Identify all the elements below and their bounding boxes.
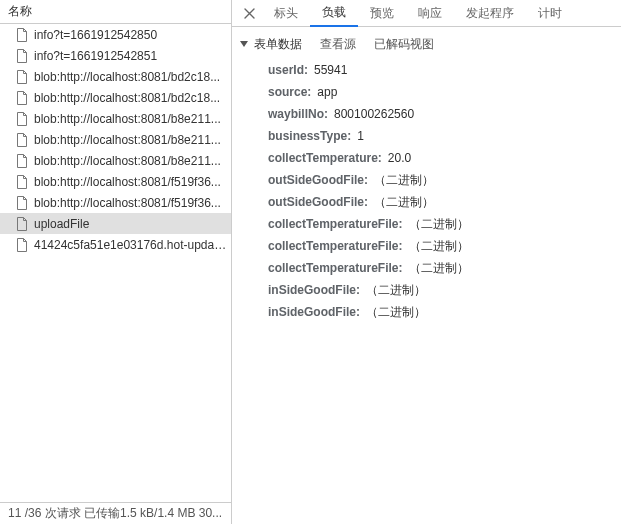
form-data-row: collectTemperatureFile:（二进制）	[268, 213, 621, 235]
file-icon	[16, 175, 28, 189]
form-data-value: （二进制）	[409, 238, 469, 255]
form-data-key: businessType	[268, 129, 347, 143]
colon: :	[364, 195, 368, 209]
request-row[interactable]: blob:http://localhost:8081/b8e211...	[0, 129, 231, 150]
request-name: blob:http://localhost:8081/f519f36...	[34, 175, 221, 189]
form-data-value: （二进制）	[374, 172, 434, 189]
file-icon	[16, 112, 28, 126]
form-data-key: inSideGoodFile	[268, 305, 356, 319]
requests-status: 11 /36 次请求 已传输1.5 kB/1.4 MB 30...	[0, 502, 231, 524]
colon: :	[347, 129, 351, 143]
close-icon[interactable]	[236, 0, 262, 26]
tab-5[interactable]: 计时	[526, 0, 574, 26]
form-data-row: inSideGoodFile:（二进制）	[268, 301, 621, 323]
file-icon	[16, 196, 28, 210]
file-icon	[16, 154, 28, 168]
request-row[interactable]: blob:http://localhost:8081/b8e211...	[0, 150, 231, 171]
request-name: blob:http://localhost:8081/bd2c18...	[34, 91, 220, 105]
request-row[interactable]: blob:http://localhost:8081/b8e211...	[0, 108, 231, 129]
request-name: info?t=1661912542851	[34, 49, 157, 63]
colon: :	[399, 239, 403, 253]
tab-4[interactable]: 发起程序	[454, 0, 526, 26]
form-data-row: businessType:1	[268, 125, 621, 147]
request-row[interactable]: blob:http://localhost:8081/bd2c18...	[0, 87, 231, 108]
file-icon	[16, 70, 28, 84]
request-row[interactable]: blob:http://localhost:8081/f519f36...	[0, 171, 231, 192]
form-data-value: 1	[357, 129, 364, 143]
requests-header-label: 名称	[8, 3, 32, 20]
request-name: info?t=1661912542850	[34, 28, 157, 42]
detail-body: 表单数据 查看源 已解码视图 userId:55941source:appway…	[232, 27, 621, 524]
request-row[interactable]: blob:http://localhost:8081/f519f36...	[0, 192, 231, 213]
form-data-value: （二进制）	[366, 282, 426, 299]
request-name: blob:http://localhost:8081/f519f36...	[34, 196, 221, 210]
request-name: blob:http://localhost:8081/bd2c18...	[34, 70, 220, 84]
form-data-section-header: 表单数据 查看源 已解码视图	[232, 33, 621, 55]
colon: :	[399, 261, 403, 275]
form-data-key: collectTemperatureFile	[268, 217, 399, 231]
tab-1[interactable]: 负载	[310, 0, 358, 27]
form-data-list: userId:55941source:appwaybillNo:80010026…	[232, 55, 621, 323]
form-data-value: （二进制）	[409, 260, 469, 277]
file-icon	[16, 217, 28, 231]
request-name: blob:http://localhost:8081/b8e211...	[34, 133, 221, 147]
view-source-link[interactable]: 查看源	[320, 36, 356, 53]
tab-3[interactable]: 响应	[406, 0, 454, 26]
form-data-row: collectTemperatureFile:（二进制）	[268, 257, 621, 279]
colon: :	[399, 217, 403, 231]
form-data-value: 800100262560	[334, 107, 414, 121]
form-data-key: waybillNo	[268, 107, 324, 121]
disclosure-triangle-icon[interactable]	[238, 38, 250, 50]
file-icon	[16, 133, 28, 147]
form-data-value: （二进制）	[409, 216, 469, 233]
decoded-view-link[interactable]: 已解码视图	[374, 36, 434, 53]
form-data-value: 20.0	[388, 151, 411, 165]
detail-tabs: 标头负载预览响应发起程序计时	[232, 0, 621, 27]
form-data-row: inSideGoodFile:（二进制）	[268, 279, 621, 301]
request-name: 41424c5fa51e1e03176d.hot-updat...	[34, 238, 227, 252]
form-data-key: source	[268, 85, 307, 99]
form-data-row: userId:55941	[268, 59, 621, 81]
file-icon	[16, 28, 28, 42]
form-data-key: collectTemperature	[268, 151, 378, 165]
detail-panel: 标头负载预览响应发起程序计时 表单数据 查看源 已解码视图 userId:559…	[232, 0, 621, 524]
form-data-key: collectTemperatureFile	[268, 261, 399, 275]
colon: :	[378, 151, 382, 165]
form-data-row: outSideGoodFile:（二进制）	[268, 169, 621, 191]
request-name: blob:http://localhost:8081/b8e211...	[34, 154, 221, 168]
tab-0[interactable]: 标头	[262, 0, 310, 26]
request-row[interactable]: 41424c5fa51e1e03176d.hot-updat...	[0, 234, 231, 255]
request-row[interactable]: uploadFile	[0, 213, 231, 234]
request-name: uploadFile	[34, 217, 89, 231]
colon: :	[356, 283, 360, 297]
form-data-value: （二进制）	[374, 194, 434, 211]
request-row[interactable]: blob:http://localhost:8081/bd2c18...	[0, 66, 231, 87]
form-data-row: collectTemperature:20.0	[268, 147, 621, 169]
requests-status-text: 11 /36 次请求 已传输1.5 kB/1.4 MB 30...	[8, 505, 222, 522]
form-data-value: app	[317, 85, 337, 99]
colon: :	[307, 85, 311, 99]
request-name: blob:http://localhost:8081/b8e211...	[34, 112, 221, 126]
colon: :	[324, 107, 328, 121]
form-data-key: outSideGoodFile	[268, 173, 364, 187]
form-data-row: waybillNo:800100262560	[268, 103, 621, 125]
form-data-row: source:app	[268, 81, 621, 103]
form-data-title: 表单数据	[254, 36, 302, 53]
form-data-value: （二进制）	[366, 304, 426, 321]
request-row[interactable]: info?t=1661912542851	[0, 45, 231, 66]
tab-2[interactable]: 预览	[358, 0, 406, 26]
requests-header[interactable]: 名称	[0, 0, 231, 24]
requests-list[interactable]: info?t=1661912542850info?t=1661912542851…	[0, 24, 231, 502]
form-data-key: inSideGoodFile	[268, 283, 356, 297]
form-data-key: collectTemperatureFile	[268, 239, 399, 253]
request-row[interactable]: info?t=1661912542850	[0, 24, 231, 45]
file-icon	[16, 238, 28, 252]
colon: :	[364, 173, 368, 187]
colon: :	[304, 63, 308, 77]
colon: :	[356, 305, 360, 319]
form-data-value: 55941	[314, 63, 347, 77]
form-data-row: outSideGoodFile:（二进制）	[268, 191, 621, 213]
file-icon	[16, 49, 28, 63]
requests-panel: 名称 info?t=1661912542850info?t=1661912542…	[0, 0, 232, 524]
form-data-key: userId	[268, 63, 304, 77]
